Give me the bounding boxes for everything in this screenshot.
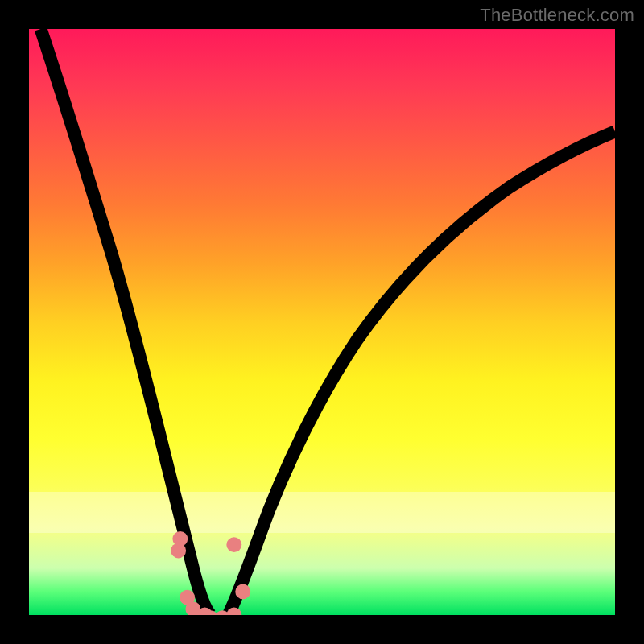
curve-layer: [29, 29, 615, 615]
attribution-label: TheBottleneck.com: [480, 5, 634, 26]
chart-frame: TheBottleneck.com: [0, 0, 644, 644]
plot-area: [29, 29, 615, 615]
marker-right-cluster: [235, 584, 250, 599]
right-curve: [229, 131, 615, 615]
left-curve: [41, 29, 211, 615]
marker-left-upper-2: [172, 531, 188, 547]
marker-right-upper: [226, 537, 242, 552]
